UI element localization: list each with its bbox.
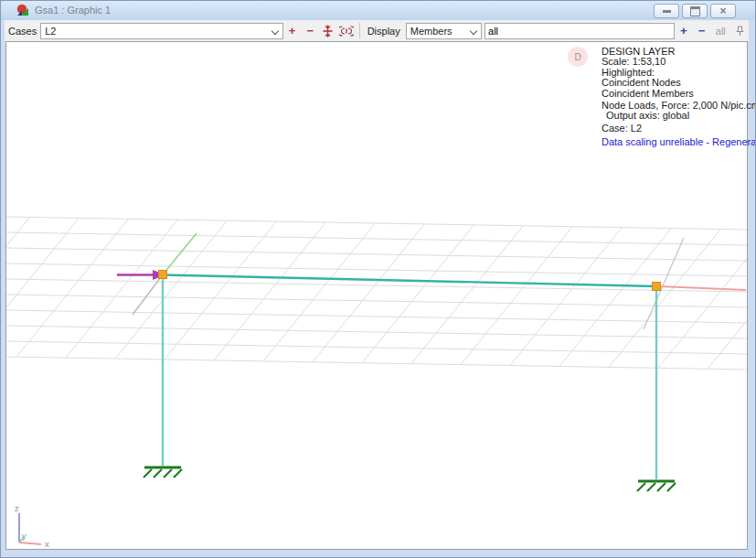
remove-case-button[interactable]: − (301, 24, 319, 38)
collapse-cases-button[interactable] (319, 23, 337, 39)
select-all-button[interactable]: all (710, 26, 730, 37)
legend-case: Case: L2 (602, 123, 756, 134)
maximize-icon (690, 6, 700, 16)
entity-filter-input[interactable] (484, 23, 675, 39)
pin-toolbar-button[interactable] (730, 23, 749, 39)
title-bar: Gsa1 : Graphic 1 × (0, 0, 756, 20)
broadcast-icon (339, 26, 354, 37)
close-icon: × (719, 6, 726, 16)
data-scaling-warning: Data scaling unreliable - Regenerate (F5… (602, 137, 756, 147)
window-title: Gsa1 : Graphic 1 (35, 5, 111, 16)
minimize-icon (663, 10, 671, 13)
graphics-toolbar: Cases L2 + − Display Members + − all (5, 20, 749, 41)
legend-coincident-members: Coincident Members (602, 89, 756, 99)
legend-coincident-nodes: Coincident Nodes (602, 78, 756, 88)
display-label: Display (367, 26, 400, 37)
display-combobox-value: Members (410, 26, 453, 37)
cases-combobox[interactable]: L2 (40, 23, 282, 39)
add-case-button[interactable]: + (283, 24, 302, 38)
envelope-cases-button[interactable] (337, 23, 356, 39)
toolbar-separator (359, 23, 360, 38)
legend-output-axis: Output axis: global (602, 111, 756, 121)
minimize-button[interactable] (654, 4, 679, 18)
chevron-down-icon (271, 27, 278, 34)
close-button[interactable]: × (710, 4, 736, 18)
gsa-logo-icon (16, 4, 29, 16)
design-layer-badge: D (568, 47, 588, 67)
maximize-button[interactable] (682, 4, 708, 18)
cases-combobox-value: L2 (45, 26, 56, 37)
cases-label: Cases (8, 26, 37, 37)
remove-selection-button[interactable]: − (693, 24, 711, 38)
legend-block: DESIGN LAYER Scale: 1:53,10 Highlighted:… (602, 47, 756, 148)
pin-icon (736, 26, 744, 37)
add-selection-button[interactable]: + (675, 24, 693, 38)
merge-cases-icon (322, 25, 334, 38)
chevron-down-icon (470, 27, 477, 34)
display-combobox[interactable]: Members (406, 23, 482, 39)
